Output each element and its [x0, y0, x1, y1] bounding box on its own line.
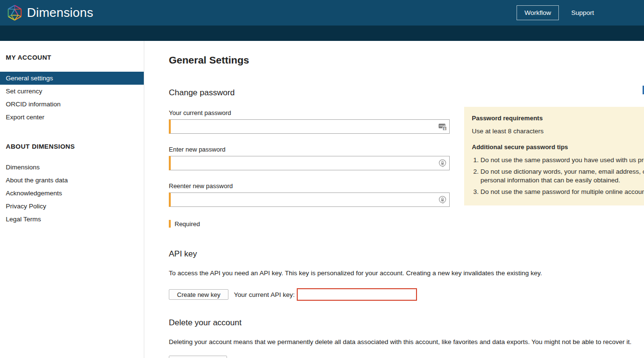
new-password-group: Enter new password: [169, 146, 450, 170]
reenter-password-group: Reenter new password: [169, 182, 450, 207]
circle-lock-icon[interactable]: [438, 195, 447, 204]
svg-text:6: 6: [444, 127, 446, 130]
sidebar-item-privacy-policy[interactable]: Privacy Policy: [0, 200, 144, 213]
reenter-password-input[interactable]: [169, 192, 450, 207]
sidebar-item-orcid-information[interactable]: ORCID information: [0, 98, 144, 111]
dimensions-logo-icon: [7, 5, 23, 21]
app-header: Dimensions Workflow Support: [0, 0, 644, 26]
header-nav: Workflow Support: [517, 5, 637, 20]
create-new-key-button[interactable]: Create new key: [169, 289, 228, 300]
circle-lock-icon[interactable]: [438, 159, 447, 167]
sidebar-gap: [0, 124, 144, 143]
sidebar-item-general-settings[interactable]: General settings: [0, 72, 144, 85]
current-password-group: Your current password 6: [169, 109, 450, 134]
current-api-key-label: Your current API key:: [234, 291, 294, 298]
brand-name: Dimensions: [27, 5, 93, 20]
new-password-label: Enter new password: [169, 146, 450, 153]
sidebar-item-about-grants-data[interactable]: About the grants data: [0, 174, 144, 187]
password-tip-item: Do not use the same password for multipl…: [480, 188, 644, 196]
subheader-bar: [0, 26, 644, 41]
required-marker-bar: [169, 220, 171, 228]
api-key-heading: API key: [169, 249, 644, 259]
workflow-button[interactable]: Workflow: [517, 5, 558, 20]
sidebar: MY ACCOUNT General settings Set currency…: [0, 41, 144, 358]
password-tips-list: Do not use the same password you have us…: [480, 156, 644, 196]
current-api-key-input[interactable]: [297, 288, 417, 301]
support-link[interactable]: Support: [571, 9, 594, 16]
required-label: Required: [175, 220, 200, 228]
sidebar-item-export-center[interactable]: Export center: [0, 111, 144, 124]
sidebar-item-dimensions[interactable]: Dimensions: [0, 161, 144, 174]
delete-account-button[interactable]: Delete account: [169, 356, 227, 358]
reenter-password-label: Reenter new password: [169, 182, 450, 190]
sidebar-item-legal-terms[interactable]: Legal Terms: [0, 213, 144, 226]
password-tip-item: Do not use the same password you have us…: [480, 156, 644, 165]
dimensions-logo[interactable]: Dimensions: [7, 5, 93, 21]
password-requirement-text: Use at least 8 characters: [472, 128, 644, 135]
password-tips-heading: Additional secure password tips: [472, 143, 644, 151]
delete-account-description: Deleting your account means that we perm…: [169, 338, 644, 345]
password-requirements-heading: Password requirements: [472, 115, 644, 122]
api-key-description: To access the API you need an API key. T…: [169, 269, 644, 277]
required-note: Required: [169, 220, 644, 228]
password-requirements-box: Password requirements Use at least 8 cha…: [464, 107, 644, 205]
change-password-heading: Change password: [169, 88, 644, 98]
delete-account-heading: Delete your account: [169, 318, 644, 328]
new-password-input[interactable]: [169, 156, 450, 170]
current-password-input[interactable]: [169, 119, 450, 134]
api-key-row: Create new key Your current API key:: [169, 288, 644, 301]
sidebar-section-about-dimensions: ABOUT DIMENSIONS: [0, 143, 144, 150]
page-title: General Settings: [169, 54, 644, 66]
sidebar-section-my-account: MY ACCOUNT: [0, 54, 144, 61]
sidebar-item-acknowledgements[interactable]: Acknowledgements: [0, 187, 144, 200]
password-autofill-icon[interactable]: 6: [438, 123, 447, 131]
sidebar-item-set-currency[interactable]: Set currency: [0, 85, 144, 98]
password-tip-item: Do not use dictionary words, your name, …: [480, 167, 644, 185]
current-password-label: Your current password: [169, 109, 450, 116]
